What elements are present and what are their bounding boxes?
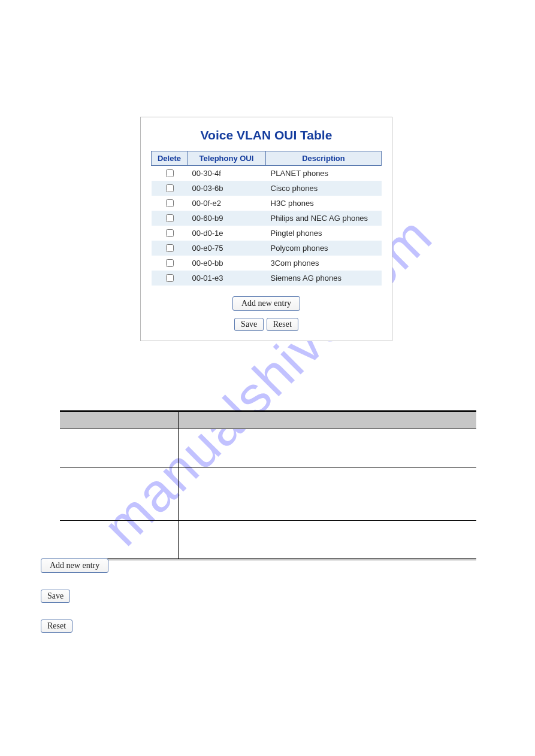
delete-checkbox[interactable]: [166, 184, 174, 192]
table-row: 00-e0-bb 3Com phones: [152, 256, 382, 271]
col-header-delete: Delete: [152, 151, 188, 166]
ref-header-right: [179, 411, 477, 429]
delete-checkbox[interactable]: [166, 244, 174, 252]
ref-cell-right: [179, 429, 477, 467]
table-row: 00-03-6b Cisco phones: [152, 181, 382, 196]
demo-add-new-entry-button[interactable]: Add new entry: [41, 558, 108, 573]
demo-reset-button[interactable]: Reset: [41, 620, 72, 633]
panel-title: Voice VLAN OUI Table: [148, 128, 385, 142]
cell-desc: Philips and NEC AG phones: [266, 211, 382, 226]
ref-cell-left: [60, 521, 179, 560]
add-new-entry-button[interactable]: Add new entry: [232, 296, 300, 311]
delete-checkbox[interactable]: [166, 169, 174, 177]
cell-desc: PLANET phones: [266, 166, 382, 181]
ref-cell-right: [179, 467, 477, 521]
delete-checkbox[interactable]: [166, 214, 174, 222]
cell-oui: 00-60-b9: [188, 211, 266, 226]
delete-checkbox[interactable]: [166, 274, 174, 282]
delete-checkbox[interactable]: [166, 229, 174, 237]
cell-oui: 00-03-6b: [188, 181, 266, 196]
cell-desc: 3Com phones: [266, 256, 382, 271]
cell-oui: 00-01-e3: [188, 271, 266, 286]
table-row: 00-60-b9 Philips and NEC AG phones: [152, 211, 382, 226]
cell-desc: Cisco phones: [266, 181, 382, 196]
table-row: 00-01-e3 Siemens AG phones: [152, 271, 382, 286]
table-row: 00-d0-1e Pingtel phones: [152, 226, 382, 241]
table-row: 00-0f-e2 H3C phones: [152, 196, 382, 211]
demo-save-button[interactable]: Save: [41, 590, 70, 603]
ref-cell-left: [60, 467, 179, 521]
cell-oui: 00-30-4f: [188, 166, 266, 181]
cell-oui: 00-d0-1e: [188, 226, 266, 241]
col-header-desc: Description: [266, 151, 382, 166]
reset-button[interactable]: Reset: [267, 318, 298, 331]
ref-cell-right: [179, 521, 477, 560]
table-row: [60, 467, 476, 521]
table-row: 00-e0-75 Polycom phones: [152, 241, 382, 256]
cell-oui: 00-e0-bb: [188, 256, 266, 271]
cell-desc: Siemens AG phones: [266, 271, 382, 286]
ref-cell-left: [60, 429, 179, 467]
delete-checkbox[interactable]: [166, 199, 174, 207]
cell-desc: Polycom phones: [266, 241, 382, 256]
cell-oui: 00-e0-75: [188, 241, 266, 256]
cell-desc: Pingtel phones: [266, 226, 382, 241]
voice-vlan-oui-panel: Voice VLAN OUI Table Delete Telephony OU…: [140, 117, 392, 341]
oui-table: Delete Telephony OUI Description 00-30-4…: [151, 151, 382, 286]
ref-header-left: [60, 411, 179, 429]
col-header-oui: Telephony OUI: [188, 151, 266, 166]
reference-table: [60, 410, 476, 560]
table-row: [60, 429, 476, 467]
table-row: 00-30-4f PLANET phones: [152, 166, 382, 181]
cell-oui: 00-0f-e2: [188, 196, 266, 211]
cell-desc: H3C phones: [266, 196, 382, 211]
save-button[interactable]: Save: [234, 318, 264, 331]
delete-checkbox[interactable]: [166, 259, 174, 267]
table-row: [60, 521, 476, 560]
